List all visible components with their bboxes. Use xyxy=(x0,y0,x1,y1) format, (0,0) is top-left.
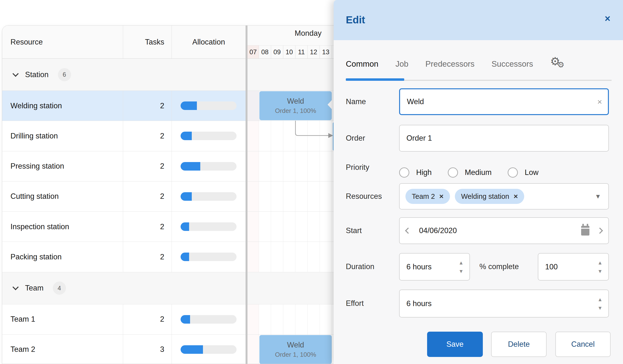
effort-label: Effort xyxy=(346,299,364,308)
hour-tick-13: 13 xyxy=(320,45,332,59)
task-bar-title: Weld xyxy=(287,341,304,349)
priority-option-label: Low xyxy=(525,168,538,177)
spinner-down-icon[interactable]: ▼ xyxy=(598,269,602,274)
resource-chip-welding-station[interactable]: Welding station× xyxy=(455,189,524,204)
chevron-down-icon[interactable]: ▼ xyxy=(595,193,601,200)
resource-name: Drilling station xyxy=(2,121,123,151)
chip-remove-icon[interactable]: × xyxy=(439,192,444,200)
hour-tick-10: 10 xyxy=(283,45,295,59)
priority-radio-high[interactable] xyxy=(399,167,409,178)
allocation-cell xyxy=(172,121,245,151)
hour-tick-11: 11 xyxy=(295,45,308,59)
save-button[interactable]: Save xyxy=(427,332,483,357)
percent-complete-field[interactable]: 100 ▲ ▼ xyxy=(538,253,609,280)
resource-row-team-2[interactable]: Team 23 xyxy=(2,335,245,364)
gantt-task-bar-weld[interactable]: WeldOrder 1, 100% xyxy=(259,335,332,364)
resource-task-count: 2 xyxy=(123,182,172,212)
allocation-progress xyxy=(180,192,237,201)
priority-radio-low[interactable] xyxy=(508,167,518,178)
resource-row-packing-station[interactable]: Packing station2 xyxy=(2,242,245,272)
start-date-field[interactable]: 04/06/2020 xyxy=(399,217,609,244)
group-row-station[interactable]: Station6 xyxy=(2,59,245,91)
resource-name: Team 1 xyxy=(2,304,123,334)
allocation-cell xyxy=(172,242,245,272)
resource-name: Cutting station xyxy=(2,182,123,212)
resource-row-inspection-station[interactable]: Inspection station2 xyxy=(2,212,245,242)
active-tab-indicator xyxy=(346,78,404,81)
hour-tick-12: 12 xyxy=(308,45,320,59)
column-header-allocation[interactable]: Allocation xyxy=(172,25,245,58)
hour-tick-08: 08 xyxy=(259,45,271,59)
resource-name: Welding station xyxy=(2,91,123,121)
percent-complete-value: 100 xyxy=(538,262,558,271)
editor-anchor-caret xyxy=(328,98,334,111)
close-icon[interactable]: × xyxy=(605,14,610,23)
group-name: Team xyxy=(25,284,44,293)
chevron-down-icon[interactable] xyxy=(12,71,19,77)
order-field[interactable]: Order 1 xyxy=(399,125,609,151)
next-day-icon[interactable] xyxy=(597,228,603,234)
start-date-value: 04/06/2020 xyxy=(410,226,581,235)
resource-task-count: 2 xyxy=(123,121,172,151)
tab-common[interactable]: Common xyxy=(346,59,378,69)
resource-row-pressing-station[interactable]: Pressing station2 xyxy=(2,151,245,182)
settings-gears-icon[interactable]: ⚙⚙ xyxy=(550,57,567,71)
allocation-progress xyxy=(180,102,237,110)
effort-spinner: ▲ ▼ xyxy=(598,297,602,310)
effort-field[interactable]: 6 hours ▲ ▼ xyxy=(399,290,609,318)
grid-splitter[interactable] xyxy=(245,25,247,364)
resources-label: Resources xyxy=(346,192,382,201)
resource-chip-team-2[interactable]: Team 2× xyxy=(405,189,450,204)
task-bar-subtitle: Order 1, 100% xyxy=(275,107,316,115)
calendar-icon[interactable] xyxy=(581,226,589,236)
resources-field[interactable]: Team 2×Welding station×▼ xyxy=(399,183,609,210)
column-header-resource[interactable]: Resource xyxy=(2,25,123,58)
chip-remove-icon[interactable]: × xyxy=(513,192,518,200)
group-row-team[interactable]: Team4 xyxy=(2,272,245,304)
task-bar-subtitle: Order 1, 100% xyxy=(275,351,316,358)
group-count-badge: 6 xyxy=(58,68,71,81)
name-label: Name xyxy=(346,97,366,106)
tab-predecessors[interactable]: Predecessors xyxy=(425,59,475,69)
resource-row-cutting-station[interactable]: Cutting station2 xyxy=(2,182,245,212)
column-header-tasks[interactable]: Tasks xyxy=(123,25,172,58)
priority-label: Priority xyxy=(346,163,369,172)
allocation-cell xyxy=(172,91,245,121)
spinner-up-icon[interactable]: ▲ xyxy=(598,297,602,302)
cancel-button[interactable]: Cancel xyxy=(555,332,611,357)
gantt-task-bar-weld[interactable]: WeldOrder 1, 100% xyxy=(259,91,332,120)
start-label: Start xyxy=(346,226,362,235)
spinner-up-icon[interactable]: ▲ xyxy=(459,260,464,265)
tab-job[interactable]: Job xyxy=(396,59,408,69)
name-field[interactable]: Weld × xyxy=(399,88,609,115)
grid-header: Resource Tasks Allocation xyxy=(2,25,245,59)
editor-tabs: CommonJobPredecessorsSuccessors⚙⚙ xyxy=(346,57,567,71)
task-editor-panel: Edit × CommonJobPredecessorsSuccessors⚙⚙… xyxy=(334,0,623,364)
resource-task-count: 3 xyxy=(123,335,172,364)
clear-icon[interactable]: × xyxy=(597,97,602,107)
spinner-down-icon[interactable]: ▼ xyxy=(598,305,602,310)
resource-row-drilling-station[interactable]: Drilling station2 xyxy=(2,121,245,151)
chip-label: Team 2 xyxy=(412,193,435,200)
chevron-down-icon[interactable] xyxy=(12,284,19,290)
resource-row-team-1[interactable]: Team 12 xyxy=(2,304,245,335)
group-name: Station xyxy=(25,70,49,79)
effort-value: 6 hours xyxy=(400,299,431,308)
tab-successors[interactable]: Successors xyxy=(491,59,533,69)
hour-tick-row: 07080910111213 xyxy=(247,45,336,59)
resource-name: Team 2 xyxy=(2,335,123,364)
order-label: Order xyxy=(346,134,365,143)
spinner-down-icon[interactable]: ▼ xyxy=(459,269,464,274)
duration-field[interactable]: 6 hours ▲ ▼ xyxy=(399,253,470,280)
percent-complete-label: % complete xyxy=(479,262,519,271)
order-value: Order 1 xyxy=(400,134,432,143)
allocation-cell xyxy=(172,212,245,242)
spinner-up-icon[interactable]: ▲ xyxy=(598,260,602,265)
delete-button[interactable]: Delete xyxy=(491,332,547,357)
editor-title: Edit xyxy=(346,14,365,26)
resource-task-count: 2 xyxy=(123,304,172,334)
hour-tick-07: 07 xyxy=(247,45,259,59)
allocation-cell xyxy=(172,304,245,334)
resource-row-welding-station[interactable]: Welding station2 xyxy=(2,91,245,121)
priority-radio-medium[interactable] xyxy=(448,167,458,178)
